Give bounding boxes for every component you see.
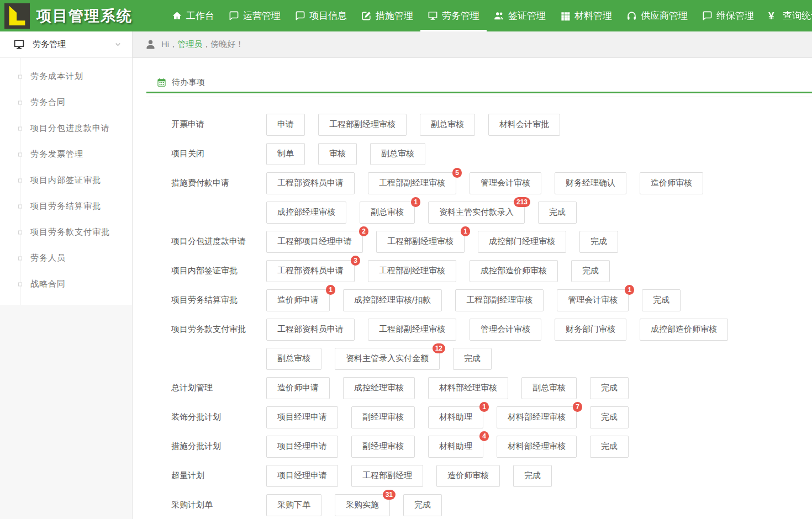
sidebar-item-labor-cost-plan[interactable]: 劳务成本计划 (0, 63, 132, 89)
workflow-step-button[interactable]: 工程部副经理审核 (455, 289, 544, 311)
workflow-step-button[interactable]: 造价师申请 (266, 377, 330, 399)
workflow-step-button[interactable]: 副总审核 (370, 143, 425, 165)
monitor-icon (13, 39, 25, 50)
nav-item-label: 签证管理 (508, 9, 546, 22)
workflow-step-button[interactable]: 工程部资料员申请3 (266, 260, 355, 282)
nav-item-label: 运营管理 (243, 9, 281, 22)
workflow-step-button[interactable]: 工程部副经理审核 (368, 319, 456, 341)
nav-item-project-info[interactable]: 项目信息 (288, 0, 354, 31)
sidebar-item-internal-visa-approval[interactable]: 项目内部签证审批 (0, 167, 132, 193)
nav-item-operations[interactable]: 运营管理 (222, 0, 288, 31)
workflow-step-button[interactable]: 完成 (579, 231, 618, 253)
nav-item-maintenance[interactable]: 维保管理 (695, 0, 761, 31)
workflow-step-button[interactable]: 项目经理申请 (266, 465, 338, 487)
workflow-step-button[interactable]: 材料部经理审核 (497, 436, 577, 458)
notification-badge: 1 (411, 197, 420, 207)
workflow-step-button[interactable]: 完成 (453, 348, 492, 370)
workflow-step-button[interactable]: 材料助理4 (428, 436, 483, 458)
workflow-step-button[interactable]: 成控部经理审核/扣款 (343, 289, 442, 311)
workflow-step-button[interactable]: 项目经理申请 (266, 436, 338, 458)
app-logo (4, 3, 30, 29)
workflow-step-button[interactable]: 完成 (571, 260, 610, 282)
nav-item-measures[interactable]: 措施管理 (354, 0, 420, 31)
nav-item-materials[interactable]: 材料管理 (553, 0, 619, 31)
todo-row-label: 措施分批计划 (171, 441, 266, 452)
workflow-step-button[interactable]: 副经理审核 (351, 436, 415, 458)
nav-item-labor[interactable]: 劳务管理 (420, 0, 487, 31)
workflow-step-button[interactable]: 副总审核 (420, 114, 475, 136)
workflow-step-button[interactable]: 副总审核 (521, 377, 577, 399)
workflow-step-button[interactable]: 管理会计审核 (470, 319, 541, 341)
sidebar-item-strategic-contract[interactable]: 战略合同 (0, 271, 132, 297)
nav-item-query-stats[interactable]: ¥ 查询统计 (761, 0, 812, 31)
nav-item-label: 措施管理 (376, 9, 413, 22)
tree-node-icon (18, 126, 22, 130)
workflow-step-button[interactable]: 资料主管录入实付金额12 (335, 348, 440, 370)
workflow-step-button[interactable]: 工程部副经理审核5 (368, 172, 456, 194)
workflow-step-button[interactable]: 申请 (266, 114, 305, 136)
workflow-step-button[interactable]: 完成 (538, 202, 577, 224)
notification-badge: 1 (625, 285, 634, 295)
nav-item-workbench[interactable]: 工作台 (165, 0, 222, 31)
workflow-step-button[interactable]: 造价师申请1 (266, 289, 330, 311)
workflow-step-button[interactable]: 工程部副经理审核1 (376, 231, 465, 253)
workflow-step-button[interactable]: 副总审核 (266, 348, 321, 370)
sidebar-item-labor-invoice[interactable]: 劳务发票管理 (0, 141, 132, 167)
notification-badge: 5 (452, 168, 462, 178)
workflow-step-button[interactable]: 资料主管实付款录入213 (428, 202, 525, 224)
workflow-step-button[interactable]: 工程部副经理 (351, 465, 423, 487)
workflow-step-button[interactable]: 制单 (266, 143, 305, 165)
workflow-step-button[interactable]: 完成 (642, 289, 681, 311)
workflow-step-button[interactable]: 造价师审核 (640, 172, 703, 194)
workflow-step-button[interactable]: 工程部副经理审核 (318, 114, 407, 136)
workflow-step-button[interactable]: 管理会计审核 (470, 172, 541, 194)
workflow-step-button[interactable]: 完成 (590, 377, 629, 399)
sidebar-item-labor-settlement-approval[interactable]: 项目劳务结算审批 (0, 193, 132, 219)
todo-row-label: 措施费付款申请 (171, 178, 266, 188)
tree-node-icon (18, 256, 22, 260)
workflow-step-button[interactable]: 审核 (318, 143, 357, 165)
workflow-step-button[interactable]: 项目经理申请 (266, 406, 338, 428)
workflow-step-button[interactable]: 完成 (590, 406, 629, 428)
workflow-step-button[interactable]: 材料助理1 (428, 406, 483, 428)
workflow-step-button[interactable]: 完成 (513, 465, 552, 487)
notification-badge: 1 (479, 402, 489, 412)
nav-item-visa[interactable]: 签证管理 (487, 0, 553, 31)
tree-node-icon (18, 100, 22, 104)
notification-badge: 31 (383, 490, 396, 500)
workflow-step-button[interactable]: 材料部经理审核7 (497, 406, 577, 428)
workflow-step-button[interactable]: 成控经理审核 (343, 377, 415, 399)
workflow-step-button[interactable]: 工程部资料员申请 (266, 319, 355, 341)
sidebar-item-labor-personnel[interactable]: 劳务人员 (0, 245, 132, 271)
sidebar-item-subcontract-progress-payment[interactable]: 项目分包进度款申请 (0, 115, 132, 141)
content: 待办事项 开票申请 申请 工程部副经理审核 副总审核 材料会计审批 项目关闭 制… (133, 73, 812, 519)
notification-badge: 1 (461, 226, 470, 236)
workflow-step-button[interactable]: 材料部经理审核 (428, 377, 508, 399)
workflow-step-button[interactable]: 完成 (403, 494, 442, 516)
todo-row-label: 项目劳务款支付审批 (171, 324, 266, 335)
nav-item-suppliers[interactable]: 供应商管理 (619, 0, 695, 31)
workflow-step-button[interactable]: 成控部门经理审核 (478, 231, 566, 253)
workflow-step-button[interactable]: 工程部副经理审核 (368, 260, 456, 282)
workflow-step-button[interactable]: 财务部门审核 (555, 319, 626, 341)
workflow-step-button[interactable]: 材料会计审批 (488, 114, 560, 136)
sidebar-item-labor-contract[interactable]: 劳务合同 (0, 89, 132, 115)
workflow-step-button[interactable]: 工程部项目经理申请2 (266, 231, 363, 253)
workflow-step-button[interactable]: 成控部造价师审核 (470, 260, 558, 282)
workflow-step-button[interactable]: 采购实施31 (335, 494, 390, 516)
workflow-step-button[interactable]: 财务经理确认 (555, 172, 626, 194)
workflow-step-button[interactable]: 管理会计审核1 (557, 289, 629, 311)
workflow-step-button[interactable]: 工程部资料员申请 (266, 172, 355, 194)
sidebar-item-labor-payment-approval[interactable]: 项目劳务款支付审批 (0, 219, 132, 245)
workflow-step-button[interactable]: 成控部经理审核 (266, 202, 346, 224)
workflow-step-button[interactable]: 造价师审核 (436, 465, 500, 487)
sidebar-section-labor[interactable]: 劳务管理 (0, 31, 132, 58)
workflow-step-button[interactable]: 副总审核1 (360, 202, 415, 224)
workflow-step-button[interactable]: 副经理审核 (351, 406, 415, 428)
workflow-step-button[interactable]: 成控部造价师审核 (640, 319, 728, 341)
sidebar-item-label: 劳务人员 (30, 253, 66, 263)
comment-icon (229, 10, 239, 21)
workflow-step-button[interactable]: 完成 (590, 436, 629, 458)
todo-row-labor-settlement: 项目劳务结算审批 造价师申请1 成控部经理审核/扣款 工程部副经理审核 管理会计… (171, 285, 812, 315)
workflow-step-button[interactable]: 采购下单 (266, 494, 321, 516)
